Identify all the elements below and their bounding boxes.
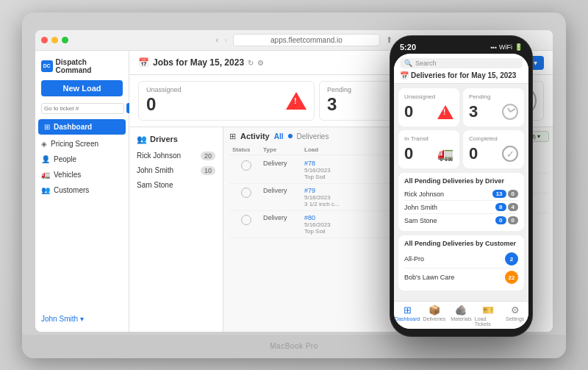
driver-row-3[interactable]: Sam Stone	[129, 178, 223, 192]
sidebar-people-label: People	[54, 155, 76, 163]
pending-driver-title: All Pending Deliveries by Driver	[404, 177, 518, 185]
nav-forward-icon[interactable]: ›	[224, 35, 227, 44]
phone-stat-unassigned: Unassigned 0 !	[398, 88, 459, 127]
refresh-icon[interactable]: ↻	[248, 59, 254, 67]
phone-stat-value-pending: 3	[469, 102, 478, 121]
phone-customer-badge-2: 22	[505, 271, 518, 284]
phone-device: 5:20 ▪▪▪ WiFi 🔋 🔍 Search 📅	[390, 35, 533, 337]
phone-screen: 🔍 Search 📅 Deliveries for for May 15, 20…	[394, 54, 528, 329]
vehicles-icon: 🚛	[41, 171, 50, 179]
phone-search-text: Search	[415, 60, 437, 67]
jobs-title: Jobs for May 15, 2023	[153, 57, 244, 68]
driver-badge-2: 10	[201, 166, 215, 175]
phone-status-bar: 5:20 ▪▪▪ WiFi 🔋	[394, 43, 528, 54]
drivers-header: 👥 Drivers	[129, 132, 223, 149]
stat-unassigned-label: Unassigned	[146, 86, 182, 93]
drivers-icon: 👥	[137, 135, 147, 144]
signal-icon: ▪▪▪	[490, 44, 497, 51]
sidebar-item-dashboard[interactable]: ⊞ Dashboard	[38, 119, 126, 135]
phone-driver-row-1[interactable]: Rick Johnson 13 0	[404, 188, 518, 201]
phone-stat-value-intransit: 0	[404, 144, 413, 163]
url-bar[interactable]: apps.fleetcommand.io	[233, 34, 380, 46]
driver-row-1[interactable]: Rick Johnson 20	[129, 149, 223, 163]
phone-customer-row-2[interactable]: Bob's Lawn Care 22	[404, 268, 518, 286]
activity-tab-deliveries[interactable]: Deliveries	[297, 132, 329, 140]
phone-nav-loadtickets[interactable]: 🎫 Load Tickets	[475, 305, 502, 327]
driver-row-2[interactable]: John Smith 10	[129, 163, 223, 178]
stat-card-unassigned: Unassigned 0 !	[138, 81, 315, 121]
phone-driver-row-2[interactable]: John Smith 8 4	[404, 201, 518, 214]
phone-nav-materials-label: Materials	[451, 316, 471, 321]
sidebar-item-vehicles[interactable]: 🚛 Vehicles	[35, 167, 129, 182]
activity-grid-icon: ⊞	[229, 132, 236, 141]
sidebar-user[interactable]: John Smith ▾	[35, 310, 129, 327]
driver-name-2: John Smith	[137, 166, 173, 174]
col-status: Status	[232, 146, 260, 153]
phone-driver-badge-2a: 8	[495, 203, 506, 211]
phone-driver-badge-1b: 0	[508, 190, 518, 198]
ticket-input[interactable]	[41, 103, 124, 114]
activity-type-2: Delivery	[263, 187, 301, 194]
phone-customer-name-2: Bob's Lawn Care	[404, 274, 454, 281]
phone-header: 🔍 Search 📅 Deliveries for for May 15, 20…	[394, 54, 528, 84]
nav-back-icon[interactable]: ‹	[216, 35, 219, 44]
status-clock-icon-3	[241, 215, 251, 225]
phone-nav-settings[interactable]: ⚙ Settings	[501, 305, 528, 327]
pending-by-driver-section: All Pending Deliveries by Driver Rick Jo…	[398, 173, 524, 231]
phone-driver-badge-1a: 13	[492, 190, 506, 198]
activity-dot	[288, 134, 293, 138]
phone-time: 5:20	[400, 43, 416, 51]
phone-customer-row-1[interactable]: All-Pro 2	[404, 250, 518, 268]
phone-nav-dashboard[interactable]: ⊞ Dashboard	[394, 305, 421, 327]
pricing-icon: ◈	[41, 140, 47, 148]
phone-nav-settings-icon: ⚙	[511, 305, 520, 316]
sidebar-vehicles-label: Vehicles	[54, 171, 81, 179]
sidebar-logo: DC Dispatch Command	[35, 55, 129, 79]
phone-driver-name-3: Sam Stone	[404, 217, 437, 224]
logo-text: Dispatch Command	[56, 58, 123, 74]
phone-driver-name-2: John Smith	[404, 204, 437, 211]
phone-driver-badge-3b: 0	[508, 216, 518, 224]
people-icon: 👤	[41, 155, 50, 163]
macbook-label: MacBook Pro	[270, 342, 318, 350]
close-dot	[41, 37, 48, 43]
phone-nav-deliveries[interactable]: 📦 Deliveries	[421, 305, 448, 327]
pending-by-customer-section: All Pending Deliveries by Customer All-P…	[398, 235, 524, 291]
activity-tab-all[interactable]: All	[274, 132, 284, 140]
activity-type-3: Delivery	[263, 214, 301, 221]
phone-stat-label-unassigned: Unassigned	[404, 93, 453, 100]
customers-icon: 👥	[41, 186, 50, 194]
drivers-panel: 👥 Drivers Rick Johnson 20 John Smith 10	[129, 127, 223, 332]
driver-badge-1: 20	[201, 152, 215, 160]
sidebar-item-label: Dashboard	[54, 123, 92, 131]
status-clock-icon-2	[241, 188, 251, 198]
calendar-icon: 📅	[138, 57, 149, 68]
phone-driver-name-1: Rick Johnson	[404, 191, 444, 198]
phone-stats-grid: Unassigned 0 !	[398, 88, 524, 168]
dashboard-icon: ⊞	[44, 123, 50, 131]
stat-pending-value: 3	[327, 94, 351, 115]
phone-nav-settings-label: Settings	[506, 316, 524, 321]
phone-stat-pending: Pending 3	[463, 88, 524, 127]
phone-nav-deliveries-label: Deliveries	[423, 316, 446, 321]
phone-nav-dashboard-label: Dashboard	[395, 316, 420, 321]
sidebar-item-people[interactable]: 👤 People	[35, 152, 129, 167]
phone-nav-loadtickets-icon: 🎫	[482, 305, 494, 316]
phone-check-icon: ✓	[502, 146, 518, 162]
stat-unassigned-value: 0	[146, 94, 182, 115]
phone-driver-row-3[interactable]: Sam Stone 0 0	[404, 214, 518, 227]
stat-pending-label: Pending	[327, 86, 351, 93]
phone-nav-materials[interactable]: 🪨 Materials	[448, 305, 475, 327]
sidebar-item-pricing[interactable]: ◈ Pricing Screen	[35, 136, 129, 152]
minimize-dot	[51, 37, 58, 43]
driver-name-1: Rick Johnson	[137, 152, 181, 160]
sidebar-item-customers[interactable]: 👥 Customers	[35, 182, 129, 198]
settings-icon[interactable]: ⚙	[257, 59, 264, 67]
new-load-button[interactable]: New Load	[41, 80, 123, 96]
warning-icon: !	[286, 92, 306, 110]
maximize-dot	[62, 37, 68, 43]
sidebar-customers-label: Customers	[54, 186, 89, 194]
sidebar-pricing-label: Pricing Screen	[51, 140, 98, 148]
phone-stat-value-unassigned: 0	[404, 102, 413, 121]
battery-icon: 🔋	[514, 43, 523, 51]
